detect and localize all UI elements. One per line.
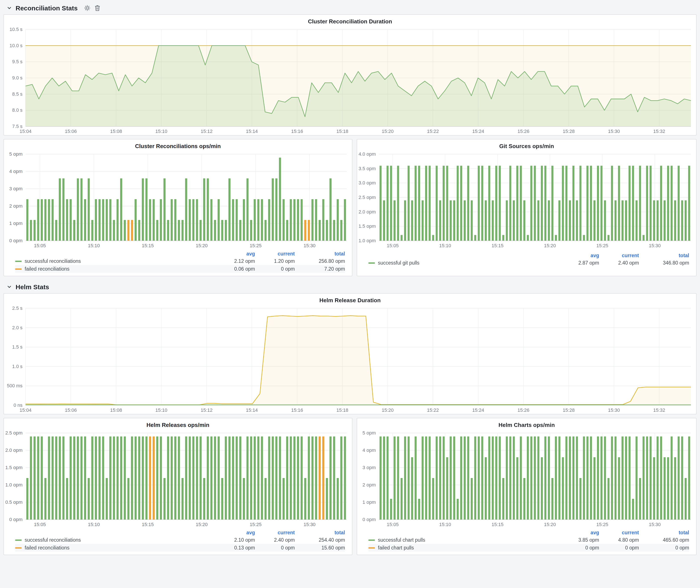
svg-text:15:08: 15:08	[110, 407, 122, 413]
legend-sort-current[interactable]: current	[255, 529, 295, 536]
svg-text:15:20: 15:20	[382, 407, 394, 413]
section-title[interactable]: Helm Stats	[16, 283, 49, 291]
legend-current-value: 2.40 opm	[599, 259, 639, 267]
legend-series-label[interactable]: successful git pulls	[368, 259, 559, 267]
panel-title[interactable]: Cluster Reconciliations ops/min	[4, 139, 352, 151]
svg-text:9.5 s: 9.5 s	[12, 59, 23, 64]
legend-series-label[interactable]: successful chart pulls	[368, 536, 559, 544]
legend-sort-avg[interactable]: avg	[215, 529, 255, 536]
svg-text:15:24: 15:24	[472, 129, 484, 134]
legend-row: failed reconciliations 0.13 opm 0 opm 15…	[15, 544, 345, 552]
panel-git-sources-ops: Git Sources ops/min 15:0515:1015:1515:20…	[357, 139, 697, 276]
svg-text:15:25: 15:25	[596, 243, 608, 248]
chevron-down-icon[interactable]	[7, 6, 12, 10]
helm-duration-chart[interactable]: 15:0415:0615:0815:1015:1215:1415:1615:18…	[4, 305, 696, 414]
svg-text:15:14: 15:14	[246, 129, 258, 134]
svg-text:2.0 s: 2.0 s	[12, 325, 23, 330]
legend-series-label[interactable]: failed reconciliations	[15, 544, 215, 552]
legend-sort-current[interactable]: current	[599, 529, 639, 536]
legend-sort-avg[interactable]: avg	[559, 529, 599, 536]
svg-text:3 opm: 3 opm	[363, 465, 376, 470]
svg-text:5 opm: 5 opm	[363, 430, 376, 436]
cluster-duration-chart[interactable]: 15:0415:0615:0815:1015:1215:1415:1615:18…	[4, 26, 696, 135]
helm-releases-chart[interactable]: 15:0515:1015:1515:2015:2515:300 opm0.5 o…	[4, 430, 352, 528]
legend: avg current total successful reconciliat…	[4, 528, 352, 555]
legend-total-value: 7.20 opm	[295, 265, 345, 273]
legend-sort-current[interactable]: current	[255, 250, 295, 257]
svg-text:8.5 s: 8.5 s	[12, 91, 23, 97]
git-sources-chart[interactable]: 15:0515:1015:1515:2015:2515:301.0 opm1.5…	[357, 151, 696, 249]
panel-title[interactable]: Git Sources ops/min	[357, 139, 696, 151]
chevron-down-icon[interactable]	[7, 284, 12, 289]
series-swatch	[15, 260, 22, 262]
legend-sort-total[interactable]: total	[295, 529, 345, 536]
legend-avg-value: 3.85 opm	[559, 536, 599, 544]
svg-text:15:16: 15:16	[291, 129, 303, 134]
svg-text:1.5 opm: 1.5 opm	[359, 223, 376, 229]
panel-title[interactable]: Helm Releases ops/min	[4, 418, 352, 430]
svg-text:1.5 s: 1.5 s	[12, 344, 23, 350]
svg-text:10.5 s: 10.5 s	[10, 27, 23, 32]
svg-text:15:22: 15:22	[427, 129, 439, 134]
section-reconciliation-stats[interactable]: Reconciliation Stats	[3, 1, 697, 14]
legend-series-label[interactable]: successful reconciliations	[15, 536, 215, 544]
legend-total-value: 0 opm	[639, 544, 689, 552]
panel-title[interactable]: Cluster Reconciliation Duration	[4, 15, 696, 26]
svg-text:8.0 s: 8.0 s	[12, 107, 23, 113]
panel-helm-releases-ops: Helm Releases ops/min 15:0515:1015:1515:…	[3, 418, 352, 555]
panel-title[interactable]: Helm Release Duration	[4, 294, 696, 305]
legend-header: avg current total	[15, 250, 345, 257]
svg-text:15:26: 15:26	[518, 129, 529, 134]
series-swatch	[368, 262, 375, 263]
legend-sort-total[interactable]: total	[639, 252, 689, 259]
svg-text:15:20: 15:20	[544, 522, 556, 527]
svg-text:15:30: 15:30	[304, 243, 316, 248]
legend-sort-current[interactable]: current	[599, 252, 639, 259]
legend-sort-avg[interactable]: avg	[559, 252, 599, 259]
legend-sort-total[interactable]: total	[639, 529, 689, 536]
legend-series-label[interactable]: failed chart pulls	[368, 544, 559, 552]
dashboard: Reconciliation Stats	[0, 0, 700, 588]
panel-helm-release-duration: Helm Release Duration 15:0415:0615:0815:…	[3, 293, 697, 414]
legend-avg-value: 0.06 opm	[215, 265, 255, 273]
svg-text:15:14: 15:14	[246, 407, 258, 413]
svg-text:15:08: 15:08	[110, 129, 122, 134]
helm-charts-chart[interactable]: 15:0515:1015:1515:2015:2515:300 opm1 opm…	[357, 430, 696, 528]
svg-text:15:18: 15:18	[336, 407, 348, 413]
legend-sort-avg[interactable]: avg	[215, 250, 255, 257]
legend-current-value: 2.40 opm	[255, 536, 295, 544]
svg-text:15:12: 15:12	[201, 407, 213, 413]
section-helm-stats[interactable]: Helm Stats	[3, 280, 697, 293]
legend-total-value: 15.60 opm	[295, 544, 345, 552]
svg-text:15:10: 15:10	[155, 407, 167, 413]
legend-row: successful reconciliations 2.12 opm 1.20…	[15, 257, 345, 265]
gear-icon[interactable]	[84, 5, 91, 11]
section-title[interactable]: Reconciliation Stats	[16, 4, 78, 12]
legend-sort-total[interactable]: total	[295, 250, 345, 257]
svg-text:15:26: 15:26	[518, 407, 529, 413]
legend-series-label[interactable]: successful reconciliations	[15, 257, 215, 265]
svg-text:0 opm: 0 opm	[9, 517, 23, 522]
series-swatch	[15, 268, 22, 270]
panel-title[interactable]: Helm Charts ops/min	[357, 418, 696, 430]
legend-total-value: 256.80 opm	[295, 257, 345, 265]
legend-avg-value: 2.10 opm	[215, 536, 255, 544]
svg-text:1 opm: 1 opm	[9, 221, 23, 226]
series-swatch	[15, 539, 22, 541]
cluster-reconciliations-chart[interactable]: 15:0515:1015:1515:2015:2515:300 opm1 opm…	[4, 151, 352, 249]
svg-text:15:32: 15:32	[653, 129, 665, 134]
svg-text:15:15: 15:15	[492, 243, 503, 248]
svg-text:4 opm: 4 opm	[363, 447, 376, 453]
svg-text:15:28: 15:28	[563, 129, 575, 134]
svg-text:0.5 opm: 0.5 opm	[5, 499, 23, 505]
legend: avg current total successful git pulls 2…	[357, 251, 696, 270]
svg-text:7.5 s: 7.5 s	[12, 124, 23, 129]
svg-text:1 opm: 1 opm	[363, 499, 376, 505]
legend-series-label[interactable]: failed reconciliations	[15, 265, 215, 273]
svg-text:15:16: 15:16	[291, 407, 303, 413]
svg-text:0 opm: 0 opm	[9, 238, 23, 243]
trash-icon[interactable]	[95, 5, 101, 11]
svg-text:15:12: 15:12	[201, 129, 213, 134]
svg-text:15:30: 15:30	[649, 243, 661, 248]
svg-text:15:05: 15:05	[387, 243, 399, 248]
